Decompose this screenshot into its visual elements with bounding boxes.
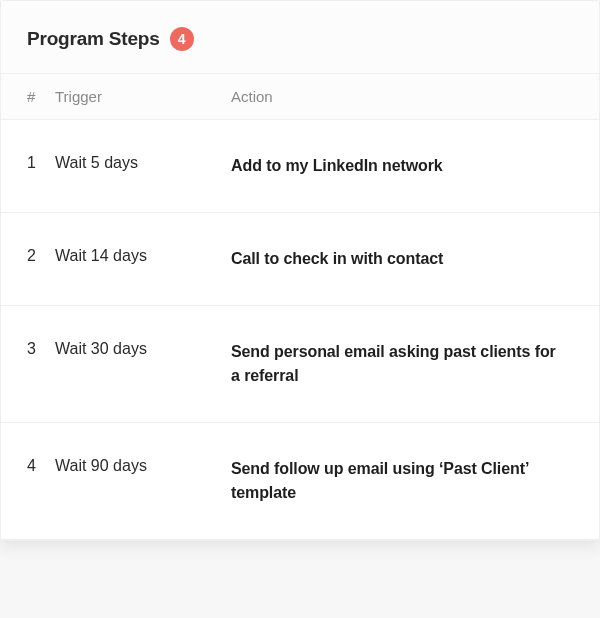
table-header-row: # Trigger Action — [1, 74, 599, 120]
table-row: 2 Wait 14 days Call to check in with con… — [1, 213, 599, 306]
col-header-action: Action — [221, 74, 599, 120]
cell-trigger: Wait 14 days — [45, 213, 221, 306]
cell-number: 3 — [1, 306, 45, 423]
card-title-row: Program Steps 4 — [27, 27, 573, 51]
program-steps-card: Program Steps 4 # Trigger Action 1 Wait … — [0, 0, 600, 541]
cell-action: Send follow up email using ‘Past Client’… — [221, 423, 599, 540]
card-header: Program Steps 4 — [1, 1, 599, 73]
steps-table: # Trigger Action 1 Wait 5 days Add to my… — [1, 73, 599, 540]
cell-action: Send personal email asking past clients … — [221, 306, 599, 423]
cell-trigger: Wait 90 days — [45, 423, 221, 540]
cell-number: 4 — [1, 423, 45, 540]
cell-number: 1 — [1, 120, 45, 213]
col-header-trigger: Trigger — [45, 74, 221, 120]
col-header-number: # — [1, 74, 45, 120]
card-title: Program Steps — [27, 28, 160, 50]
table-row: 3 Wait 30 days Send personal email askin… — [1, 306, 599, 423]
cell-action: Call to check in with contact — [221, 213, 599, 306]
cell-trigger: Wait 30 days — [45, 306, 221, 423]
cell-trigger: Wait 5 days — [45, 120, 221, 213]
cell-action: Add to my LinkedIn network — [221, 120, 599, 213]
table-row: 4 Wait 90 days Send follow up email usin… — [1, 423, 599, 540]
step-count-badge: 4 — [170, 27, 194, 51]
cell-number: 2 — [1, 213, 45, 306]
table-row: 1 Wait 5 days Add to my LinkedIn network — [1, 120, 599, 213]
